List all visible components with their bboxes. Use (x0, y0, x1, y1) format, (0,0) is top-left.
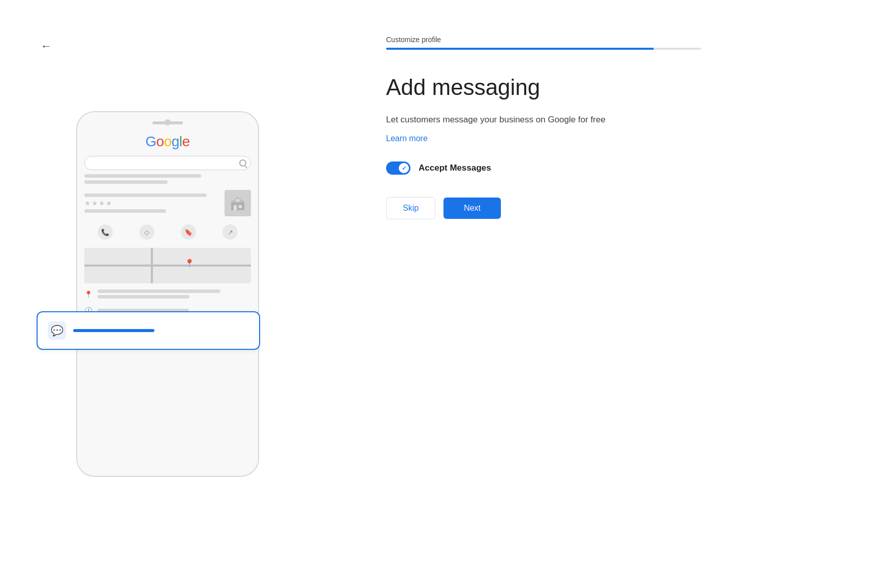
save-action-icon: 🔖 (181, 224, 196, 240)
business-card: ★★★★ (84, 188, 251, 218)
map-road-v (151, 248, 153, 283)
phone-search-icon (239, 159, 246, 167)
skeleton-line-1 (84, 174, 201, 178)
phone-search-bar (84, 156, 251, 170)
biz-name-skeleton (84, 193, 207, 197)
business-info: ★★★★ (84, 193, 220, 213)
biz-detail-skeleton (84, 209, 166, 213)
share-action-icon: ↗ (222, 224, 238, 240)
skeleton-line-2 (84, 180, 168, 184)
message-icon: 💬 (51, 324, 63, 337)
back-button[interactable]: ← (41, 41, 52, 52)
left-panel: ← Google (0, 0, 335, 588)
page-wrapper: ← Google (0, 0, 890, 588)
toggle-check-icon: ✓ (402, 165, 406, 172)
toggle-track: ✓ (386, 161, 410, 175)
svg-rect-2 (239, 205, 242, 208)
svg-rect-0 (231, 202, 244, 210)
message-card-line (73, 329, 154, 332)
google-logo: Google (84, 134, 251, 150)
skip-button[interactable]: Skip (386, 197, 435, 219)
save-symbol: 🔖 (184, 228, 193, 236)
share-symbol: ↗ (228, 228, 233, 236)
progress-bar-container (386, 48, 701, 50)
page-title: Add messaging (386, 74, 839, 101)
stars: ★★★★ (84, 199, 220, 207)
location-detail-icon: 📍 (84, 290, 92, 298)
button-row: Skip Next (386, 197, 839, 219)
google-o2: o (164, 134, 172, 149)
location-detail-row: 📍 (84, 287, 251, 301)
description-text: Let customers message your business on G… (386, 113, 839, 126)
location-line-2 (98, 295, 189, 299)
phone-screen: Google ★★★★ (77, 124, 258, 476)
google-g: G (145, 134, 156, 149)
call-symbol: 📞 (101, 228, 109, 236)
map-area: 📍 (84, 248, 251, 283)
learn-more-link[interactable]: Learn more (386, 134, 839, 143)
store-svg (229, 194, 247, 212)
directions-action-icon: ◇ (139, 224, 154, 240)
google-e: e (182, 134, 190, 149)
skeleton-top (84, 174, 251, 184)
google-g2: g (172, 134, 179, 149)
accept-messages-toggle[interactable]: ✓ (386, 161, 410, 175)
phone-camera (165, 119, 171, 125)
google-o1: o (156, 134, 164, 149)
phone-mockup: Google ★★★★ (76, 111, 259, 477)
toggle-row: ✓ Accept Messages (386, 161, 839, 175)
progress-bar-fill (386, 48, 654, 50)
svg-rect-4 (236, 199, 240, 202)
svg-rect-1 (234, 205, 237, 210)
store-icon (225, 190, 251, 216)
directions-symbol: ◇ (144, 228, 149, 236)
call-action-icon: 📞 (98, 224, 113, 240)
action-icons-row: 📞 ◇ 🔖 ↗ (84, 222, 251, 242)
step-label: Customize profile (386, 36, 839, 44)
messaging-card: 💬 (37, 311, 260, 350)
map-pin: 📍 (184, 258, 195, 268)
toggle-label: Accept Messages (419, 163, 491, 173)
toggle-thumb: ✓ (399, 163, 409, 173)
map-road-h (84, 265, 251, 267)
message-icon-box: 💬 (48, 321, 66, 340)
location-line-1 (98, 289, 220, 293)
right-panel: Customize profile Add messaging Let cust… (335, 0, 890, 588)
next-button[interactable]: Next (443, 198, 501, 219)
